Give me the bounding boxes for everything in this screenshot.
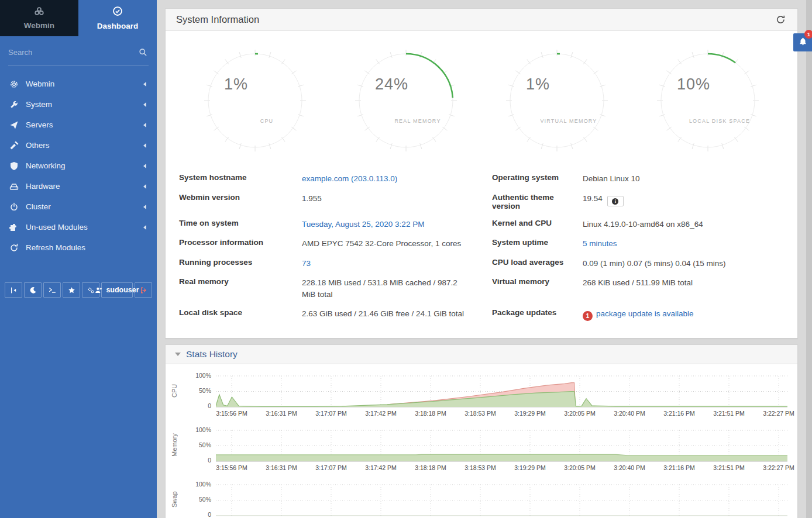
info-label: Authentic theme version — [492, 189, 583, 215]
sidebar-footer: sudouser — [5, 282, 152, 298]
sidebar-item-hardware[interactable]: Hardware — [0, 176, 157, 196]
night-mode-button[interactable] — [24, 282, 42, 298]
info-value-text: 1.955 — [302, 194, 322, 203]
info-label: Processor information — [179, 234, 302, 254]
refresh-icon — [9, 243, 22, 253]
system-information-header: System Information — [166, 9, 797, 31]
sidebar-item-label: System — [26, 100, 52, 109]
send-icon — [9, 120, 22, 130]
sidebar-item-cluster[interactable]: Cluster — [0, 196, 157, 217]
x-tick-label: 3:20:40 PM — [603, 464, 656, 471]
night-mode-icon — [29, 286, 37, 294]
info-label: Local disk space — [179, 304, 302, 325]
sidebar-item-servers[interactable]: Servers — [0, 115, 157, 135]
x-tick-label: 3:18:53 PM — [454, 464, 507, 471]
sidebar-item-networking[interactable]: Networking — [0, 156, 157, 176]
chevron-left-icon — [143, 164, 146, 168]
info-value-link[interactable]: 73 — [302, 259, 311, 268]
chevron-left-icon — [143, 143, 146, 148]
sidebar-item-webmin[interactable]: Webmin — [0, 74, 157, 94]
x-tick-label: 3:20:05 PM — [553, 410, 606, 417]
sidebar-item-others[interactable]: Others — [0, 135, 157, 156]
sidebar-tabs: Webmin Dashboard — [0, 0, 157, 36]
info-label: System uptime — [492, 234, 583, 254]
usage-gauges: 1% CPU 24% REAL MEMORY 1% VIRTUAL MEMORY… — [166, 45, 797, 158]
gauge-value: 1% — [526, 75, 550, 93]
x-tick-label: 3:22:27 PM — [752, 410, 798, 417]
favorites-button[interactable] — [63, 282, 80, 298]
y-tick-label: 0 — [181, 511, 211, 518]
sidebar-search — [8, 40, 149, 65]
collapse-sidebar-button[interactable] — [5, 282, 22, 298]
x-tick-label: 3:21:16 PM — [653, 464, 706, 471]
x-tick-label: 3:16:31 PM — [255, 464, 308, 471]
info-button[interactable]: i — [607, 196, 624, 206]
info-value-text: 2.63 GiB used / 21.46 GiB free / 24.1 Gi… — [302, 309, 464, 318]
tools-icon — [9, 141, 22, 150]
info-label: Package updates — [492, 304, 583, 325]
notifications-bell[interactable]: 1 — [793, 33, 812, 51]
refresh-button[interactable] — [775, 13, 787, 26]
x-tick-label: 3:15:56 PM — [205, 464, 258, 471]
sidebar-item-un-used-modules[interactable]: Un-used Modules — [0, 217, 157, 237]
terminal-icon — [49, 286, 56, 294]
tab-webmin[interactable]: Webmin — [0, 0, 78, 36]
info-value: 1.955 — [302, 189, 474, 215]
tab-dashboard-label: Dashboard — [97, 22, 139, 30]
info-value-link[interactable]: example.com (203.0.113.0) — [302, 174, 397, 183]
chart-axis-title: Memory — [167, 428, 182, 462]
chevron-left-icon — [143, 102, 146, 107]
x-axis-labels: 3:15:56 PM3:16:31 PM3:17:07 PM3:17:42 PM… — [216, 408, 787, 418]
info-label: Kernel and CPU — [492, 215, 583, 234]
x-tick-label: 3:20:05 PM — [553, 464, 606, 471]
info-value-link[interactable]: package update is available — [596, 309, 694, 318]
x-tick-label: 3:17:07 PM — [305, 410, 357, 417]
x-tick-label: 3:18:53 PM — [454, 410, 507, 417]
x-tick-label: 3:18:18 PM — [404, 464, 457, 471]
sidebar-item-label: Un-used Modules — [26, 223, 88, 232]
chevron-left-icon — [143, 184, 146, 189]
sidebar-item-label: Hardware — [26, 182, 60, 191]
gauge-real-memory: 24% REAL MEMORY — [350, 45, 462, 158]
tab-dashboard[interactable]: Dashboard — [78, 0, 157, 36]
info-value: 5 minutes — [583, 234, 794, 254]
info-value-link[interactable]: Tuesday, August 25, 2020 3:22 PM — [302, 220, 424, 229]
info-value-text: 268 KiB used / 511.99 MiB total — [583, 278, 693, 287]
x-tick-label: 3:21:51 PM — [703, 410, 755, 417]
gauge-local-disk-space: 10% LOCAL DISK SPACE — [652, 45, 763, 158]
scrollbar[interactable] — [806, 0, 812, 518]
webmin-logo-icon — [34, 6, 44, 18]
info-label: Virtual memory — [492, 273, 583, 304]
chart-plot — [216, 482, 787, 518]
search-input[interactable] — [8, 48, 149, 57]
chart-plot — [216, 374, 787, 410]
stats-history-title: Stats History — [186, 349, 238, 360]
gauge-value: 10% — [677, 75, 710, 93]
system-information-panel: System Information 1% CPU 24% REAL MEMOR… — [165, 8, 798, 339]
info-label: CPU load averages — [492, 254, 583, 274]
info-label: Real memory — [179, 273, 302, 304]
chart-plot — [216, 428, 787, 464]
info-value: Linux 4.19.0-10-amd64 on x86_64 — [583, 215, 794, 234]
gauge-label: REAL MEMORY — [394, 118, 441, 124]
stats-history-header[interactable]: Stats History — [166, 345, 797, 364]
info-value-text: 228.18 MiB used / 531.8 MiB cached / 987… — [302, 278, 457, 299]
gauge-value: 24% — [375, 75, 408, 93]
terminal-button[interactable] — [43, 282, 61, 298]
y-tick-label: 100% — [181, 481, 211, 488]
sidebar-item-refresh-modules[interactable]: Refresh Modules — [0, 237, 157, 258]
x-tick-label: 3:17:42 PM — [355, 464, 407, 471]
x-tick-label: 3:15:56 PM — [205, 410, 258, 417]
info-value: AMD EPYC 7542 32-Core Processor, 1 cores — [302, 234, 474, 254]
info-label: Operating system — [492, 169, 583, 189]
sidebar-item-label: Servers — [26, 120, 53, 129]
info-value-link[interactable]: 5 minutes — [583, 239, 617, 248]
chevron-left-icon — [143, 123, 146, 127]
user-menu-button[interactable]: sudouser — [101, 282, 133, 298]
sidebar-item-system[interactable]: System — [0, 94, 157, 115]
x-axis-labels: 3:15:56 PM3:16:31 PM3:17:07 PM3:17:42 PM… — [216, 462, 787, 472]
sidebar-menu: WebminSystemServersOthersNetworkingHardw… — [0, 74, 157, 258]
gauge-cpu: 1% CPU — [199, 45, 311, 158]
logout-button[interactable] — [135, 282, 152, 298]
stats-chart-memory: Memory100%50%03:15:56 PM3:16:31 PM3:17:0… — [166, 428, 797, 472]
